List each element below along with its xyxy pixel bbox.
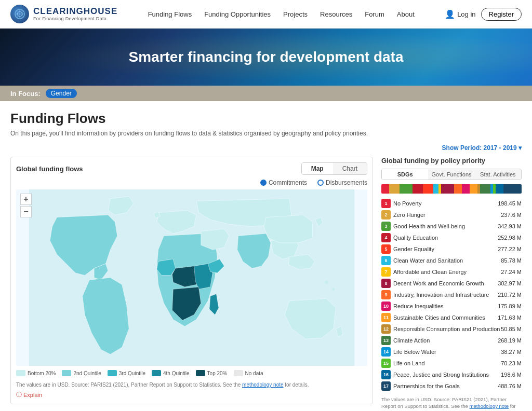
policy-tabs: SDGs Govt. Functions Stat. Activities <box>381 169 522 180</box>
legend-color <box>196 370 205 376</box>
sdg-label: Affordable and Clean Energy <box>393 269 501 275</box>
sdg-value: 198.6 M <box>501 372 522 378</box>
sdg-number-badge: 4 <box>381 233 391 242</box>
nav-projects[interactable]: Projects <box>283 10 308 18</box>
sdg-number-badge: 6 <box>381 256 391 265</box>
sdg-number-badge: 1 <box>381 199 391 208</box>
tab-sdgs[interactable]: SDGs <box>382 169 428 180</box>
radio-commitments-dot <box>260 180 267 186</box>
sdg-value: 488.76 M <box>498 383 522 389</box>
auth-area: 👤 Log in Register <box>445 8 522 21</box>
legend-label: 3rd Quintile <box>119 371 145 376</box>
legend-item: 4th Quintile <box>152 370 190 376</box>
register-button[interactable]: Register <box>481 8 522 21</box>
legend-item: Bottom 20% <box>16 370 56 376</box>
map-panel: Global funding flows Map Chart Commitmen… <box>10 157 373 404</box>
legend-label: Bottom 20% <box>28 371 56 376</box>
bar-segment <box>496 184 503 194</box>
policy-methodology-link[interactable]: methodology note <box>470 403 509 409</box>
world-map-svg <box>16 189 367 366</box>
bar-segment <box>389 184 400 194</box>
sdg-number-badge: 17 <box>381 381 391 391</box>
map-chart-tabs: Map Chart <box>301 162 367 175</box>
sdg-row: 7 Affordable and Clean Energy 27.24 M <box>381 266 522 278</box>
nav-about[interactable]: About <box>397 10 415 18</box>
radio-disbursements-label: Disbursements <box>326 179 367 186</box>
radio-disbursements-dot <box>317 180 324 186</box>
sdg-row: 9 Industry, Innovation and Infrastructur… <box>381 289 522 300</box>
policy-source-text: The values are in USD. Source: PARIS21 (… <box>381 396 522 411</box>
sdg-number-badge: 13 <box>381 336 391 345</box>
in-focus-bar: In Focus: Gender <box>0 86 532 101</box>
sdg-value: 277.22 M <box>498 246 522 252</box>
zoom-out-button[interactable]: − <box>20 206 32 217</box>
map-controls: + − <box>20 194 32 217</box>
sdg-value: 171.63 M <box>498 314 522 321</box>
tab-chart[interactable]: Chart <box>333 163 367 174</box>
sdg-label: No Poverty <box>393 200 498 207</box>
site-header: CLEARINGHOUSE For Financing Development … <box>0 0 532 29</box>
legend-label: 2nd Quintile <box>73 371 101 376</box>
two-col-layout: Global funding flows Map Chart Commitmen… <box>10 157 522 411</box>
sdg-number-badge: 16 <box>381 370 391 379</box>
bar-segment <box>413 184 423 194</box>
sdg-row: 8 Decent Work and Economic Growth 302.97… <box>381 278 522 289</box>
sdg-label: Peace, Justice and Strong Institutions <box>393 372 501 378</box>
radio-disbursements[interactable]: Disbursements <box>317 179 367 186</box>
sdg-row: 17 Partnerships for the Goals 488.76 M <box>381 380 522 392</box>
sdg-value: 342.93 M <box>498 223 522 229</box>
bar-segment <box>480 184 490 194</box>
legend-label: Top 20% <box>207 371 228 376</box>
policy-panel: Global funding by policy priority SDGs G… <box>381 157 522 411</box>
page-title: Funding Flows <box>10 111 522 127</box>
show-period-value: 2017 - 2019 <box>484 144 517 152</box>
chevron-down-icon: ▾ <box>518 144 522 152</box>
sdg-row: 2 Zero Hunger 237.6 M <box>381 209 522 221</box>
sdg-row: 10 Reduce Inequalities 175.89 M <box>381 300 522 312</box>
map-explain-link[interactable]: ⓘ Explain <box>16 391 367 399</box>
tab-govt-functions[interactable]: Govt. Functions <box>428 169 474 180</box>
hero-banner: Smarter financing for development data <box>0 29 532 86</box>
login-link[interactable]: 👤 Log in <box>445 9 475 19</box>
sdg-number-badge: 5 <box>381 244 391 254</box>
nav-funding-flows[interactable]: Funding Flows <box>148 10 192 18</box>
map-methodology-link[interactable]: methodology note <box>242 382 284 388</box>
sdg-row: 15 Life on Land 70.23 M <box>381 358 522 369</box>
sdg-row: 11 Sustainable Cities and Communities 17… <box>381 312 522 323</box>
zoom-in-button[interactable]: + <box>20 194 32 205</box>
nav-funding-opportunities[interactable]: Funding Opportunities <box>204 10 271 18</box>
stacked-bar <box>381 184 522 194</box>
sdg-value: 302.97 M <box>498 280 522 286</box>
sdg-label: Industry, Innovation and Infrastructure <box>393 292 498 298</box>
show-period-label: Show Period: <box>442 144 482 152</box>
login-label: Log in <box>457 10 475 18</box>
nav-resources[interactable]: Resources <box>320 10 352 18</box>
bar-segment <box>381 184 389 194</box>
legend-color <box>16 370 25 376</box>
policy-panel-title: Global funding by policy priority <box>381 157 522 165</box>
bar-segment <box>454 184 462 194</box>
gender-badge[interactable]: Gender <box>46 89 77 98</box>
sdg-number-badge: 14 <box>381 347 391 357</box>
sdg-number-badge: 8 <box>381 279 391 288</box>
sdg-number-badge: 12 <box>381 324 391 334</box>
sdg-label: Gender Equality <box>393 246 498 252</box>
logo-subtitle: For Financing Development Data <box>33 16 117 21</box>
legend-color <box>108 370 117 376</box>
sdg-value: 70.23 M <box>501 360 522 366</box>
info-icon: ⓘ <box>16 391 22 399</box>
radio-commitments[interactable]: Commitments <box>260 179 307 186</box>
logo-area: CLEARINGHOUSE For Financing Development … <box>10 5 117 23</box>
sdg-row: 1 No Poverty 198.45 M <box>381 198 522 209</box>
map-explain-label: Explain <box>23 392 42 398</box>
tab-stat-activities[interactable]: Stat. Activities <box>475 169 521 180</box>
sdg-value: 198.45 M <box>498 200 522 207</box>
radio-commitments-label: Commitments <box>269 179 307 186</box>
sdg-label: Climate Action <box>393 337 498 344</box>
show-period[interactable]: Show Period: 2017 - 2019 ▾ <box>442 144 522 152</box>
sdg-label: Sustainable Cities and Communities <box>393 314 498 321</box>
tab-map[interactable]: Map <box>302 163 333 174</box>
user-icon: 👤 <box>445 9 455 19</box>
nav-forum[interactable]: Forum <box>365 10 384 18</box>
logo-text: CLEARINGHOUSE For Financing Development … <box>33 7 117 22</box>
